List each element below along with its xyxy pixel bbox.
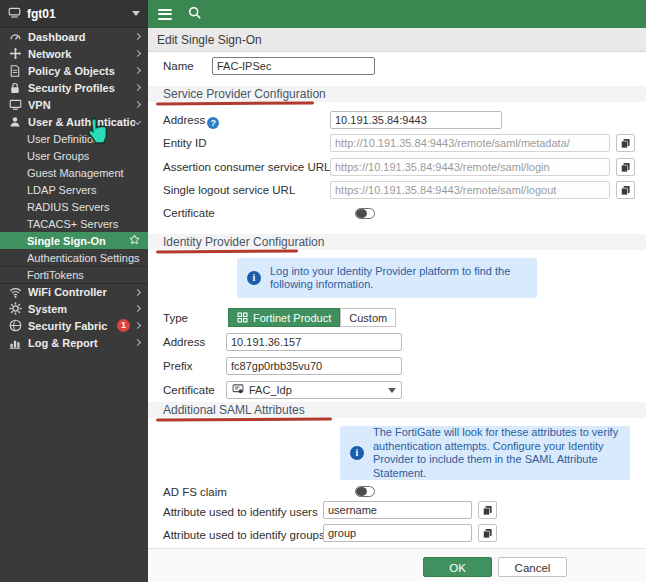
- monitor-icon: [8, 98, 22, 112]
- sidebar-item-user-groups[interactable]: User Groups: [0, 147, 148, 164]
- certificate-icon: [232, 383, 244, 397]
- chevron-right-icon: [134, 84, 141, 91]
- user-attr-label: Attribute used to identify users: [163, 503, 318, 521]
- chevron-down-icon: [134, 118, 141, 125]
- chevron-right-icon: [134, 50, 141, 57]
- device-caret-icon: [132, 11, 140, 16]
- top-bar: [148, 0, 646, 28]
- sidebar-item-ldap-servers[interactable]: LDAP Servers: [0, 181, 148, 198]
- gear-icon: [8, 302, 22, 316]
- idp-section-title: Identity Provider Configuration: [163, 235, 324, 249]
- chevron-right-icon: [134, 305, 141, 312]
- chevron-right-icon: [134, 101, 141, 108]
- chevron-right-icon: [134, 33, 141, 40]
- chevron-right-icon: [134, 288, 141, 295]
- idp-prefix-label: Prefix: [163, 357, 192, 375]
- sp-address-input[interactable]: [330, 111, 502, 129]
- sidebar-item-wifi-controller[interactable]: WiFi Controller: [0, 283, 148, 300]
- sidebar-item-single-sign-on[interactable]: Single Sign-On: [0, 232, 148, 249]
- idp-section-header[interactable]: Identity Provider Configuration: [148, 234, 646, 250]
- idp-certificate-value: FAC_Idp: [249, 384, 292, 396]
- copy-button[interactable]: [478, 524, 497, 542]
- copy-button[interactable]: [616, 134, 635, 152]
- ok-button[interactable]: OK: [423, 557, 492, 577]
- copy-button[interactable]: [478, 501, 497, 519]
- sidebar-item-fortitokens[interactable]: FortiTokens: [0, 266, 148, 283]
- entity-id-input[interactable]: [330, 134, 610, 152]
- network-icon: [8, 47, 22, 61]
- info-icon: i: [350, 446, 364, 460]
- name-label: Name: [163, 57, 194, 75]
- sidebar-item-system[interactable]: System: [0, 300, 148, 317]
- idp-type-segment: Fortinet Product Custom: [228, 308, 396, 327]
- lock-icon: [8, 81, 22, 95]
- wifi-icon: [8, 285, 22, 299]
- type-custom-button[interactable]: Custom: [340, 308, 396, 327]
- help-icon[interactable]: ?: [207, 117, 219, 129]
- idp-address-input[interactable]: [226, 333, 402, 351]
- sp-address-label: Address?: [163, 111, 219, 129]
- notification-badge: 1: [117, 319, 130, 332]
- sidebar-item-user-definition[interactable]: User Definition: [0, 130, 148, 147]
- entity-id-label: Entity ID: [163, 134, 206, 152]
- copy-button[interactable]: [616, 181, 635, 199]
- idp-info-text: Log into your Identity Provider platform…: [270, 265, 527, 292]
- idp-type-label: Type: [163, 309, 188, 327]
- sp-certificate-toggle[interactable]: [355, 208, 375, 219]
- sidebar-item-authentication-settings[interactable]: Authentication Settings: [0, 249, 148, 266]
- device-icon: [8, 6, 21, 22]
- group-attr-input[interactable]: [323, 524, 472, 542]
- sidebar-item-guest-management[interactable]: Guest Management: [0, 164, 148, 181]
- attrs-info-box: i The FortiGate will look for these attr…: [340, 426, 630, 480]
- copy-button[interactable]: [616, 158, 635, 176]
- idp-certificate-dropdown[interactable]: FAC_Idp: [226, 381, 402, 399]
- attrs-section-title: Additional SAML Attributes: [163, 403, 305, 417]
- attrs-section-header[interactable]: Additional SAML Attributes: [148, 402, 646, 418]
- acs-url-input[interactable]: [330, 158, 610, 176]
- sidebar-item-log-report[interactable]: Log & Report: [0, 334, 148, 351]
- info-icon: i: [247, 271, 261, 285]
- sidebar-item-radius-servers[interactable]: RADIUS Servers: [0, 198, 148, 215]
- sidebar-item-network[interactable]: Network: [0, 45, 148, 62]
- sp-section-header[interactable]: Service Provider Configuration: [148, 86, 646, 102]
- sidebar-item-user-authentication[interactable]: User & Authentication: [0, 113, 148, 130]
- adfs-claim-label: AD FS claim: [163, 483, 227, 501]
- chevron-right-icon: [134, 67, 141, 74]
- sidebar: fgt01 Dashboard Network Policy & Objects…: [0, 0, 148, 582]
- sidebar-item-policy-objects[interactable]: Policy & Objects: [0, 62, 148, 79]
- sp-section-title: Service Provider Configuration: [163, 87, 326, 101]
- group-attr-label: Attribute used to identify groups: [163, 526, 325, 544]
- adfs-claim-toggle[interactable]: [355, 486, 375, 497]
- star-icon[interactable]: [129, 234, 140, 248]
- sidebar-item-security-profiles[interactable]: Security Profiles: [0, 79, 148, 96]
- device-selector[interactable]: fgt01: [0, 0, 148, 28]
- slo-url-input[interactable]: [330, 181, 610, 199]
- sidebar-item-dashboard[interactable]: Dashboard: [0, 28, 148, 45]
- breadcrumb: Edit Single Sign-On: [148, 28, 646, 52]
- policy-icon: [8, 64, 22, 78]
- cancel-button[interactable]: Cancel: [498, 557, 567, 577]
- sidebar-item-vpn[interactable]: VPN: [0, 96, 148, 113]
- sp-certificate-label: Certificate: [163, 204, 215, 222]
- attrs-red-underline-annotation: [156, 417, 332, 421]
- sidebar-item-tacacs-servers[interactable]: TACACS+ Servers: [0, 215, 148, 232]
- idp-prefix-input[interactable]: [226, 357, 402, 375]
- name-input[interactable]: [212, 57, 375, 75]
- user-icon: [8, 115, 22, 129]
- search-icon[interactable]: [188, 6, 202, 23]
- user-attr-input[interactable]: [323, 501, 472, 519]
- slo-url-label: Single logout service URL: [163, 181, 295, 199]
- globe-icon: [8, 319, 22, 333]
- idp-address-label: Address: [163, 333, 205, 351]
- menu-icon[interactable]: [158, 9, 172, 20]
- chevron-right-icon: [134, 322, 141, 329]
- gauge-icon: [8, 30, 22, 44]
- device-hostname: fgt01: [27, 7, 132, 21]
- dropdown-caret-icon: [388, 388, 396, 393]
- acs-url-label: Assertion consumer service URL: [163, 158, 330, 176]
- idp-certificate-label: Certificate: [163, 381, 215, 399]
- chevron-right-icon: [134, 339, 141, 346]
- type-fortinet-product-button[interactable]: Fortinet Product: [228, 308, 340, 327]
- sidebar-item-security-fabric[interactable]: Security Fabric 1: [0, 317, 148, 334]
- sp-red-underline-annotation: [156, 101, 314, 105]
